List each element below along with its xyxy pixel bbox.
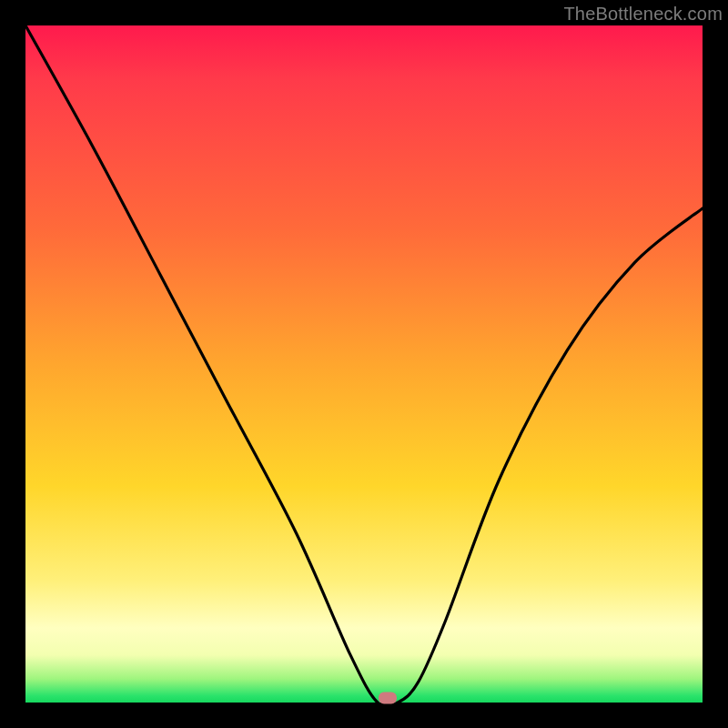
watermark-text: TheBottleneck.com xyxy=(563,4,723,25)
minimum-marker xyxy=(379,693,397,704)
plot-area xyxy=(25,25,703,703)
chart-frame: TheBottleneck.com xyxy=(0,0,728,728)
bottleneck-curve xyxy=(25,25,703,703)
